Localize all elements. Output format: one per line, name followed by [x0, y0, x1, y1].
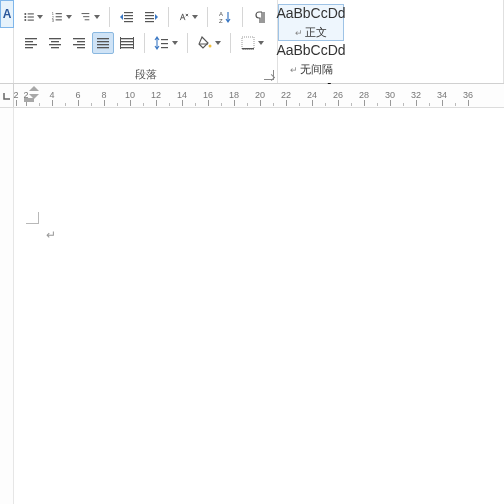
- ribbon: A 123: [0, 0, 504, 84]
- svg-rect-29: [49, 38, 61, 39]
- align-right-button[interactable]: [68, 32, 90, 54]
- show-paragraph-marks-button[interactable]: [249, 6, 271, 28]
- svg-rect-26: [25, 41, 33, 42]
- chevron-down-icon: [172, 41, 178, 45]
- vertical-ruler[interactable]: [0, 108, 14, 504]
- svg-rect-13: [83, 16, 89, 17]
- svg-rect-30: [51, 41, 59, 42]
- align-center-button[interactable]: [44, 32, 66, 54]
- page-margin-corner: [26, 208, 42, 224]
- svg-rect-37: [97, 38, 109, 39]
- svg-text:A: A: [219, 11, 223, 17]
- separator: [230, 33, 231, 53]
- svg-rect-19: [145, 12, 154, 13]
- svg-rect-40: [97, 47, 109, 48]
- sort-button[interactable]: AZ: [214, 6, 236, 28]
- svg-rect-52: [242, 48, 254, 49]
- tab-selector[interactable]: [0, 84, 14, 108]
- svg-text:3: 3: [52, 18, 54, 23]
- shading-button[interactable]: [194, 32, 224, 54]
- page[interactable]: ↵: [14, 108, 504, 504]
- svg-rect-12: [81, 13, 89, 14]
- chevron-down-icon: [192, 15, 198, 19]
- svg-rect-20: [145, 15, 154, 16]
- document-area[interactable]: ↵: [0, 108, 504, 504]
- svg-rect-16: [124, 15, 133, 16]
- svg-rect-21: [145, 18, 154, 19]
- ruler-scale[interactable]: 224681012141618202224262830323436: [14, 84, 504, 108]
- svg-rect-25: [25, 38, 37, 39]
- asian-layout-button[interactable]: [175, 6, 201, 28]
- svg-rect-42: [121, 41, 133, 42]
- distribute-button[interactable]: [116, 32, 138, 54]
- separator: [109, 7, 110, 27]
- svg-rect-44: [121, 47, 133, 48]
- chevron-down-icon: [258, 41, 264, 45]
- svg-point-2: [24, 16, 26, 18]
- svg-text:Z: Z: [219, 18, 223, 24]
- line-spacing-button[interactable]: [151, 32, 181, 54]
- svg-rect-3: [28, 16, 34, 17]
- svg-rect-36: [77, 47, 85, 48]
- chevron-down-icon: [37, 15, 43, 19]
- svg-rect-38: [97, 41, 109, 42]
- svg-rect-28: [25, 47, 33, 48]
- svg-rect-48: [161, 43, 168, 44]
- paragraph-group-label: 段落: [14, 67, 277, 82]
- separator: [207, 7, 208, 27]
- styles-group: AaBbCcDd↵正文AaBbCcDd↵无间隔AaBb标题 1: [278, 0, 504, 83]
- paragraph-row-bottom: [20, 30, 271, 56]
- indent-markers[interactable]: [29, 86, 39, 102]
- separator: [187, 33, 188, 53]
- svg-rect-14: [84, 19, 89, 20]
- svg-rect-17: [124, 18, 133, 19]
- svg-rect-41: [121, 38, 133, 39]
- svg-rect-18: [124, 21, 133, 22]
- font-group-edge: A: [0, 0, 14, 83]
- bullets-button[interactable]: [20, 6, 46, 28]
- style-card-1[interactable]: AaBbCcDd↵无间隔: [278, 41, 344, 78]
- separator: [242, 7, 243, 27]
- svg-rect-34: [77, 41, 85, 42]
- svg-rect-39: [97, 44, 109, 45]
- separator: [168, 7, 169, 27]
- style-name: ↵无间隔: [290, 62, 333, 77]
- svg-rect-11: [56, 19, 62, 20]
- svg-rect-22: [145, 21, 154, 22]
- svg-rect-15: [124, 12, 133, 13]
- svg-rect-45: [120, 37, 121, 49]
- svg-rect-33: [73, 38, 85, 39]
- increase-indent-button[interactable]: [140, 6, 162, 28]
- chevron-down-icon: [215, 41, 221, 45]
- style-name: ↵正文: [295, 25, 327, 40]
- multilevel-list-button[interactable]: [77, 6, 103, 28]
- svg-rect-5: [28, 20, 34, 21]
- svg-rect-27: [25, 44, 37, 45]
- style-card-0[interactable]: AaBbCcDd↵正文: [278, 4, 344, 41]
- paragraph-group: 123: [14, 0, 278, 83]
- svg-rect-32: [51, 47, 59, 48]
- svg-point-50: [209, 45, 212, 48]
- word-window: { "ribbon": { "paragraph_group_label": "…: [0, 0, 504, 504]
- svg-point-4: [24, 19, 26, 21]
- borders-button[interactable]: [237, 32, 267, 54]
- chevron-down-icon: [94, 15, 100, 19]
- svg-rect-7: [56, 13, 62, 14]
- paragraph-dialog-launcher[interactable]: [264, 70, 274, 80]
- style-preview: AaBbCcDd: [276, 42, 345, 58]
- char-border-button[interactable]: A: [0, 0, 14, 28]
- svg-rect-9: [56, 16, 62, 17]
- numbering-button[interactable]: 123: [48, 6, 74, 28]
- decrease-indent-button[interactable]: [116, 6, 138, 28]
- justify-button[interactable]: [92, 32, 114, 54]
- svg-rect-35: [73, 44, 85, 45]
- chevron-down-icon: [66, 15, 72, 19]
- char-border-letter: A: [3, 7, 12, 21]
- horizontal-ruler[interactable]: 224681012141618202224262830323436: [0, 84, 504, 108]
- svg-rect-46: [133, 37, 134, 49]
- paragraph-row-top: 123: [20, 4, 271, 30]
- separator: [144, 33, 145, 53]
- style-preview: AaBbCcDd: [276, 5, 345, 21]
- align-left-button[interactable]: [20, 32, 42, 54]
- svg-rect-43: [121, 44, 133, 45]
